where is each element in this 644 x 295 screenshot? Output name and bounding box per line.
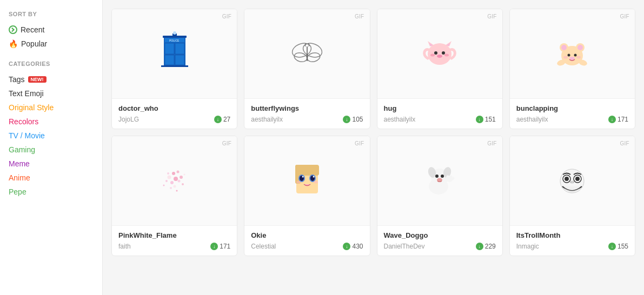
main-content: GIF POLICE (103, 0, 644, 295)
svg-point-43 (165, 180, 168, 182)
card-image-area: GIF (377, 9, 502, 98)
card-meta: Inmagic ↓ 155 (516, 243, 628, 250)
svg-rect-9 (161, 65, 188, 67)
svg-point-78 (565, 177, 569, 181)
card-wave-doggo[interactable]: GIF (377, 136, 503, 256)
download-icon: ↓ (210, 243, 218, 250)
sticker-doggo (418, 158, 461, 203)
popular-icon: 🔥 (9, 39, 18, 48)
card-meta: faith ↓ 171 (118, 243, 230, 250)
svg-rect-4 (165, 55, 174, 65)
recent-icon (9, 25, 17, 34)
anime-label: Anime (9, 173, 30, 182)
svg-point-46 (170, 187, 172, 189)
card-info: bunclapping aesthailyilx ↓ 171 (510, 98, 635, 129)
svg-point-50 (163, 185, 164, 186)
svg-point-39 (174, 177, 178, 181)
card-title: PinkWhite_Flame (118, 231, 230, 239)
card-author: DanielTheDev (384, 243, 425, 250)
card-count: ↓ 105 (343, 116, 363, 123)
sort-recent[interactable]: Recent (9, 23, 94, 37)
sidebar-item-gaming[interactable]: Gaming (9, 143, 94, 157)
svg-point-63 (314, 181, 318, 184)
sticker-tardis: POLICE (153, 31, 196, 76)
card-author: Celestial (251, 243, 276, 250)
card-title: Wave_Doggo (384, 231, 496, 239)
card-title: hug (384, 104, 496, 112)
card-title: ItsTrollMonth (516, 231, 628, 239)
sidebar-item-tags[interactable]: Tags New! (9, 72, 94, 86)
recolors-label: Recolors (9, 117, 38, 126)
card-doctor-who[interactable]: GIF POLICE (111, 9, 237, 129)
svg-point-32 (574, 54, 577, 57)
sticker-flame (153, 158, 196, 203)
gif-badge: GIF (487, 14, 497, 19)
card-author: aesthailyilx (251, 116, 283, 123)
svg-point-30 (577, 45, 583, 50)
pepe-label: Pepe (9, 187, 26, 196)
svg-point-44 (180, 176, 183, 179)
sidebar-item-original-style[interactable]: Original Style (9, 100, 94, 115)
card-okie[interactable]: GIF (244, 136, 370, 256)
download-icon: ↓ (214, 116, 222, 123)
card-pinkwhite-flame[interactable]: GIF (111, 136, 237, 256)
svg-point-40 (167, 176, 171, 179)
download-icon: ↓ (476, 116, 483, 123)
tv-movie-label: TV / Movie (9, 131, 45, 140)
card-info: PinkWhite_Flame faith ↓ 171 (112, 225, 237, 256)
svg-point-79 (575, 177, 580, 181)
card-count: ↓ 155 (608, 243, 628, 250)
card-hug[interactable]: GIF (377, 9, 503, 129)
svg-point-31 (568, 54, 570, 57)
card-title: Okie (251, 231, 363, 239)
sidebar-item-pepe[interactable]: Pepe (9, 185, 94, 199)
card-itstrollmonth[interactable]: GIF (509, 136, 635, 256)
count-value: 430 (352, 243, 363, 250)
svg-point-48 (167, 172, 169, 175)
sidebar-item-recolors[interactable]: Recolors (9, 115, 94, 129)
card-info: butterflywings aesthailyilx ↓ 105 (244, 98, 369, 129)
svg-point-49 (182, 183, 184, 185)
svg-point-82 (573, 182, 574, 183)
sticker-butterflywings (286, 31, 329, 76)
card-count: ↓ 171 (210, 243, 230, 250)
card-info: Okie Celestial ↓ 430 (244, 225, 369, 256)
card-meta: aesthailyilx ↓ 105 (251, 116, 363, 123)
svg-point-72 (447, 176, 449, 178)
svg-point-52 (176, 190, 177, 192)
sort-popular[interactable]: 🔥 Popular (9, 37, 94, 51)
svg-point-24 (430, 54, 435, 57)
gif-badge: GIF (620, 14, 629, 19)
svg-point-34 (563, 56, 568, 59)
card-butterflywings[interactable]: GIF butterflywings (244, 9, 370, 129)
count-value: 151 (485, 116, 496, 123)
gif-badge: GIF (355, 14, 364, 19)
svg-point-33 (569, 57, 575, 60)
download-icon: ↓ (476, 243, 483, 250)
card-meta: DanielTheDev ↓ 229 (384, 243, 496, 250)
tags-label: Tags (9, 75, 25, 84)
sidebar-item-anime[interactable]: Anime (9, 171, 94, 185)
card-count: ↓ 229 (476, 243, 496, 250)
text-emoji-label: Text Emoji (9, 89, 44, 98)
count-value: 155 (618, 243, 628, 250)
sidebar-item-tv-movie[interactable]: TV / Movie (9, 129, 94, 143)
card-image-area: GIF POLICE (112, 9, 237, 98)
sidebar-item-text-emoji[interactable]: Text Emoji (9, 86, 94, 100)
gaming-label: Gaming (9, 145, 35, 154)
sticker-bunclapping (550, 31, 594, 76)
sticker-grid: GIF POLICE (111, 9, 635, 256)
card-count: ↓ 151 (476, 116, 496, 123)
download-icon: ↓ (343, 116, 350, 123)
categories-label: CATEGORIES (9, 61, 94, 67)
gif-badge: GIF (487, 140, 497, 146)
sidebar-item-meme[interactable]: Meme (9, 157, 94, 171)
count-value: 105 (352, 116, 363, 123)
card-info: ItsTrollMonth Inmagic ↓ 155 (510, 225, 635, 256)
sticker-hug (418, 31, 461, 76)
card-meta: aesthailyilx ↓ 151 (384, 116, 496, 123)
card-author: aesthailyilx (384, 116, 416, 123)
svg-point-51 (183, 174, 185, 176)
card-title: butterflywings (251, 104, 363, 112)
card-bunclapping[interactable]: GIF (509, 9, 635, 129)
